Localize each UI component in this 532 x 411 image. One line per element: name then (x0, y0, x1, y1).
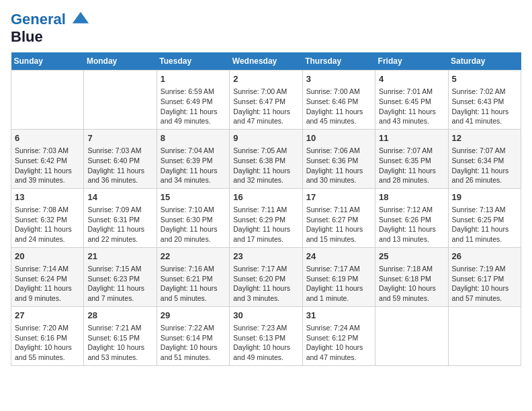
header-row: SundayMondayTuesdayWednesdayThursdayFrid… (11, 52, 521, 71)
daylight: Daylight: 10 hours and 59 minutes. (379, 284, 436, 302)
calendar-cell (84, 71, 157, 130)
day-number: 15 (161, 191, 226, 203)
daylight: Daylight: 11 hours and 47 minutes. (233, 107, 290, 126)
daylight: Daylight: 11 hours and 26 minutes. (452, 167, 509, 185)
sunrise: Sunrise: 7:14 AM (15, 265, 69, 273)
sunset: Sunset: 6:21 PM (161, 275, 213, 283)
calendar-cell: 29Sunrise: 7:22 AMSunset: 6:14 PMDayligh… (157, 306, 229, 365)
calendar-cell: 2Sunrise: 7:00 AMSunset: 6:47 PMDaylight… (230, 71, 302, 130)
sunset: Sunset: 6:32 PM (15, 216, 67, 224)
sunset: Sunset: 6:27 PM (306, 216, 359, 224)
calendar-cell: 21Sunrise: 7:15 AMSunset: 6:23 PMDayligh… (84, 247, 157, 306)
calendar-cell: 30Sunrise: 7:23 AMSunset: 6:13 PMDayligh… (230, 306, 302, 365)
sunrise: Sunrise: 7:07 AM (452, 146, 506, 154)
logo-blue: Blue (11, 28, 91, 46)
calendar-cell: 28Sunrise: 7:21 AMSunset: 6:15 PMDayligh… (84, 306, 157, 365)
calendar-cell: 17Sunrise: 7:11 AMSunset: 6:27 PMDayligh… (302, 188, 375, 247)
day-number: 13 (15, 191, 80, 203)
page-header: General Blue (11, 11, 521, 46)
daylight: Daylight: 11 hours and 45 minutes. (306, 107, 363, 126)
daylight: Daylight: 11 hours and 34 minutes. (161, 167, 218, 185)
daylight: Daylight: 11 hours and 28 minutes. (379, 167, 436, 185)
day-number: 9 (233, 132, 298, 144)
day-number: 31 (306, 310, 371, 322)
calendar-cell: 27Sunrise: 7:20 AMSunset: 6:16 PMDayligh… (11, 306, 84, 365)
sunset: Sunset: 6:20 PM (233, 275, 285, 283)
sunrise: Sunrise: 7:22 AM (161, 324, 214, 332)
calendar-cell: 16Sunrise: 7:11 AMSunset: 6:29 PMDayligh… (230, 188, 302, 247)
sunrise: Sunrise: 7:03 AM (15, 146, 69, 154)
col-header-tuesday: Tuesday (157, 52, 229, 71)
sunrise: Sunrise: 7:21 AM (87, 324, 141, 332)
sunrise: Sunrise: 7:00 AM (233, 87, 287, 95)
sunrise: Sunrise: 7:06 AM (306, 146, 360, 154)
col-header-monday: Monday (84, 52, 157, 71)
daylight: Daylight: 11 hours and 13 minutes. (379, 225, 436, 243)
calendar-cell: 22Sunrise: 7:16 AMSunset: 6:21 PMDayligh… (157, 247, 229, 306)
sunrise: Sunrise: 7:02 AM (452, 87, 506, 95)
logo-icon (71, 11, 90, 30)
daylight: Daylight: 11 hours and 32 minutes. (233, 167, 290, 185)
calendar-cell: 4Sunrise: 7:01 AMSunset: 6:45 PMDaylight… (375, 71, 448, 130)
sunset: Sunset: 6:13 PM (233, 334, 285, 342)
sunset: Sunset: 6:46 PM (306, 97, 359, 105)
day-number: 10 (306, 132, 371, 144)
daylight: Daylight: 11 hours and 15 minutes. (306, 225, 363, 243)
sunset: Sunset: 6:38 PM (233, 156, 285, 165)
day-number: 6 (15, 132, 80, 144)
sunset: Sunset: 6:25 PM (452, 216, 504, 224)
calendar-cell: 9Sunrise: 7:05 AMSunset: 6:38 PMDaylight… (230, 129, 302, 188)
sunset: Sunset: 6:12 PM (306, 334, 359, 342)
col-header-saturday: Saturday (448, 52, 521, 71)
day-number: 16 (233, 191, 298, 203)
week-row: 1Sunrise: 6:59 AMSunset: 6:49 PMDaylight… (11, 71, 521, 130)
day-number: 3 (306, 73, 371, 85)
calendar-cell: 15Sunrise: 7:10 AMSunset: 6:30 PMDayligh… (157, 188, 229, 247)
day-number: 12 (452, 132, 517, 144)
sunrise: Sunrise: 7:24 AM (306, 324, 360, 332)
daylight: Daylight: 11 hours and 36 minutes. (87, 167, 144, 185)
sunset: Sunset: 6:34 PM (452, 156, 504, 165)
week-row: 6Sunrise: 7:03 AMSunset: 6:42 PMDaylight… (11, 129, 521, 188)
calendar-cell: 13Sunrise: 7:08 AMSunset: 6:32 PMDayligh… (11, 188, 84, 247)
day-number: 26 (452, 250, 517, 263)
sunset: Sunset: 6:43 PM (452, 97, 504, 105)
daylight: Daylight: 10 hours and 57 minutes. (452, 284, 509, 302)
daylight: Daylight: 11 hours and 17 minutes. (233, 225, 290, 243)
daylight: Daylight: 10 hours and 55 minutes. (15, 343, 72, 361)
sunset: Sunset: 6:29 PM (233, 216, 285, 224)
logo-general: General (11, 11, 66, 28)
daylight: Daylight: 11 hours and 3 minutes. (233, 284, 290, 302)
sunrise: Sunrise: 7:18 AM (379, 265, 433, 273)
daylight: Daylight: 11 hours and 9 minutes. (15, 284, 72, 302)
day-number: 1 (161, 73, 226, 85)
calendar-cell: 1Sunrise: 6:59 AMSunset: 6:49 PMDaylight… (157, 71, 229, 130)
col-header-friday: Friday (375, 52, 448, 71)
calendar-cell: 25Sunrise: 7:18 AMSunset: 6:18 PMDayligh… (375, 247, 448, 306)
sunrise: Sunrise: 7:15 AM (87, 265, 141, 273)
day-number: 29 (161, 310, 226, 322)
sunrise: Sunrise: 7:20 AM (15, 324, 69, 332)
daylight: Daylight: 11 hours and 39 minutes. (15, 167, 72, 185)
calendar-cell: 12Sunrise: 7:07 AMSunset: 6:34 PMDayligh… (448, 129, 521, 188)
sunrise: Sunrise: 7:01 AM (379, 87, 433, 95)
day-number: 18 (379, 191, 444, 203)
sunset: Sunset: 6:35 PM (379, 156, 431, 165)
day-number: 19 (452, 191, 517, 203)
sunset: Sunset: 6:23 PM (87, 275, 140, 283)
sunset: Sunset: 6:40 PM (87, 156, 140, 165)
sunset: Sunset: 6:24 PM (15, 275, 67, 283)
sunrise: Sunrise: 7:23 AM (233, 324, 287, 332)
sunset: Sunset: 6:36 PM (306, 156, 359, 165)
svg-marker-0 (73, 12, 89, 24)
sunrise: Sunrise: 7:19 AM (452, 265, 506, 273)
sunset: Sunset: 6:45 PM (379, 97, 431, 105)
calendar-cell: 23Sunrise: 7:17 AMSunset: 6:20 PMDayligh… (230, 247, 302, 306)
day-number: 27 (15, 310, 80, 322)
sunset: Sunset: 6:15 PM (87, 334, 140, 342)
sunrise: Sunrise: 7:16 AM (161, 265, 214, 273)
sunrise: Sunrise: 7:07 AM (379, 146, 433, 154)
sunrise: Sunrise: 6:59 AM (161, 87, 214, 95)
daylight: Daylight: 10 hours and 49 minutes. (233, 343, 290, 361)
daylight: Daylight: 11 hours and 1 minute. (306, 284, 363, 302)
